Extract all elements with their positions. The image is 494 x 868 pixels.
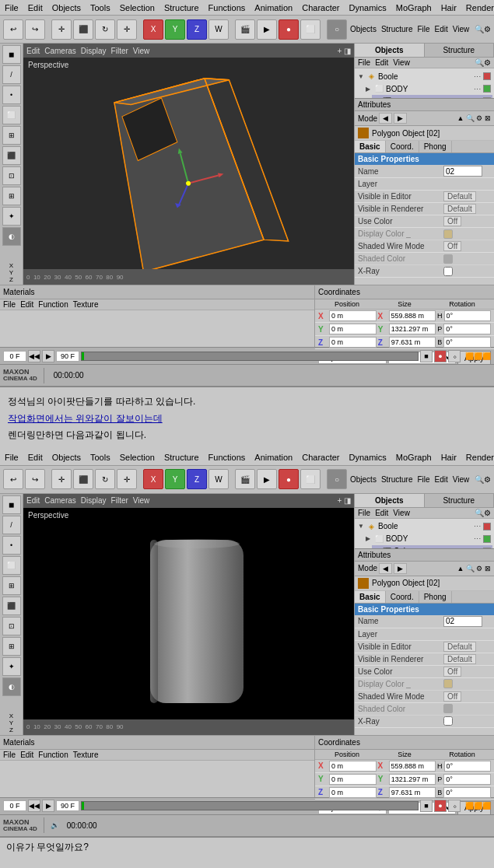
tb-editmenu-1[interactable]: Edit xyxy=(435,25,448,33)
attr-tab-basic-2[interactable]: Basic xyxy=(355,591,386,603)
tl-record-1[interactable]: ● xyxy=(434,350,447,362)
menu-tools-2[interactable]: Tools xyxy=(89,453,112,462)
coord-x-rot-2[interactable] xyxy=(444,761,492,772)
coord-z-rot-2[interactable] xyxy=(443,787,491,798)
attr-mode-prev-1[interactable]: ◀ xyxy=(379,113,392,124)
tree-dots-body-2[interactable]: ··· xyxy=(474,535,482,542)
menu-render-2[interactable]: Render xyxy=(464,453,494,462)
coord-x-pos-2[interactable] xyxy=(329,761,377,772)
mat-texture-2[interactable]: Texture xyxy=(73,751,99,759)
lt-edge-mode-1[interactable]: / xyxy=(2,65,21,84)
menu-functions-2[interactable]: Functions xyxy=(207,453,247,462)
tl-play-btn-2[interactable]: ▶ xyxy=(42,800,54,812)
attr-tab-coord-2[interactable]: Coord. xyxy=(386,591,419,603)
menu-selection-2[interactable]: Selection xyxy=(118,453,156,462)
coord-y-pos-1[interactable] xyxy=(329,324,377,334)
viewport-2[interactable]: Edit Cameras Display Filter View + ◨ Per… xyxy=(23,494,354,735)
vp-filter-2[interactable]: Filter xyxy=(111,496,128,505)
mat-function-2[interactable]: Function xyxy=(38,751,68,759)
lt-mode5-1[interactable]: ✦ xyxy=(2,207,21,226)
tb-film-2[interactable]: 🎬 xyxy=(235,469,255,489)
tb-viewmenu-2[interactable]: View xyxy=(453,475,470,484)
menu-animation-2[interactable]: Animation xyxy=(253,453,294,462)
tb-undo-2[interactable]: ↩ xyxy=(3,469,23,489)
coord-y-rot-1[interactable] xyxy=(443,324,491,334)
tree-row-boole-2[interactable]: ▼ ◈ Boole ··· xyxy=(356,520,492,533)
vp-view-2[interactable]: View xyxy=(133,496,150,505)
tl-key-2[interactable]: ⬦ xyxy=(448,800,461,812)
tb-z-axis-1[interactable]: Z xyxy=(187,19,207,40)
vp-cameras-1[interactable]: Cameras xyxy=(44,47,76,55)
lt-mode2-1[interactable]: ⬛ xyxy=(2,146,21,165)
tree-dots-body-1[interactable]: ··· xyxy=(474,86,482,93)
tb-redo-2[interactable]: ↪ xyxy=(25,469,45,489)
tl-stop-2[interactable]: ■ xyxy=(420,800,433,812)
lt-render-mode-1[interactable]: ◐ xyxy=(2,227,21,246)
tl-record-2[interactable]: ● xyxy=(434,800,447,812)
lt-live-2[interactable]: ⬜ xyxy=(2,556,21,575)
tb-render-2[interactable]: ● xyxy=(279,469,299,489)
vp-display-1[interactable]: Display xyxy=(81,47,107,55)
attr-input-name-1[interactable] xyxy=(443,166,482,177)
attr-input-name-2[interactable] xyxy=(443,616,482,627)
lt-snap-2[interactable]: ⊞ xyxy=(2,576,21,595)
rp-tab-objects-1[interactable]: Objects xyxy=(355,44,425,57)
menu-character-1[interactable]: Character xyxy=(300,3,341,12)
vp-edit-1[interactable]: Edit xyxy=(26,47,40,55)
menu-dynamics-2[interactable]: Dynamics xyxy=(348,453,388,462)
attr-tab-basic-1[interactable]: Basic xyxy=(355,141,386,152)
tb-undo-1[interactable]: ↩ xyxy=(3,19,23,40)
mat-edit-2[interactable]: Edit xyxy=(20,751,33,759)
coord-z-size-1[interactable] xyxy=(389,337,436,348)
lt-render-mode-2[interactable]: ◐ xyxy=(2,677,21,696)
tb-objects-icon-1[interactable]: ○ xyxy=(327,19,347,40)
tree-row-body-1[interactable]: ▶ ⬜ BODY ··· xyxy=(364,82,492,95)
tb-move-1[interactable]: ✛ xyxy=(51,19,72,40)
menu-character-2[interactable]: Character xyxy=(300,453,341,462)
lt-point-mode-2[interactable]: • xyxy=(2,536,21,555)
tb-viewmenu-1[interactable]: View xyxy=(453,25,470,33)
vp-display-2[interactable]: Display xyxy=(81,496,107,505)
attr-tab-phong-2[interactable]: Phong xyxy=(419,591,452,603)
attr-value-vir-1[interactable]: Default xyxy=(443,204,476,214)
obj-edit-2[interactable]: Edit xyxy=(375,509,388,517)
menu-mograph-1[interactable]: MoGraph xyxy=(394,3,433,12)
attr-mode-next-1[interactable]: ▶ xyxy=(394,113,407,124)
menu-file-1[interactable]: File xyxy=(3,3,20,12)
coord-z-pos-2[interactable] xyxy=(329,787,377,798)
tree-dots-boole-2[interactable]: ··· xyxy=(474,523,482,530)
obj-view-1[interactable]: View xyxy=(393,58,410,67)
tb-renderview-1[interactable]: ⬜ xyxy=(300,19,321,40)
tb-select-2[interactable]: ✛ xyxy=(117,469,137,489)
attr-value-vie-1[interactable]: Default xyxy=(443,191,476,201)
rp-tab-structure-1[interactable]: Structure xyxy=(425,44,495,57)
coord-z-pos-1[interactable] xyxy=(329,337,377,348)
lt-mode3-2[interactable]: ⊡ xyxy=(2,617,21,635)
vp-view-1[interactable]: View xyxy=(133,47,150,55)
coord-z-rot-1[interactable] xyxy=(443,337,491,348)
rp-tab-structure-2[interactable]: Structure xyxy=(425,494,495,507)
tl-key-1[interactable]: ⬦ xyxy=(448,350,461,362)
lt-obj-mode-2[interactable]: ◼ xyxy=(2,495,21,514)
tb-editmenu-2[interactable]: Edit xyxy=(435,475,448,484)
obj-view-2[interactable]: View xyxy=(393,509,410,517)
tb-select-1[interactable]: ✛ xyxy=(117,19,137,40)
menu-edit-1[interactable]: Edit xyxy=(26,3,44,12)
tl-stop-1[interactable]: ■ xyxy=(420,350,433,362)
korean-line2-link[interactable]: 작업화면에서는 위와같이 잘보이는데 xyxy=(8,413,163,424)
tl-bar-2[interactable] xyxy=(81,801,419,810)
lt-mode3-1[interactable]: ⊡ xyxy=(2,166,21,185)
lt-mode4-2[interactable]: ⊞ xyxy=(2,637,21,656)
menu-animation-1[interactable]: Animation xyxy=(253,3,294,12)
tb-rotate-1[interactable]: ↻ xyxy=(95,19,115,40)
lt-mode5-2[interactable]: ✦ xyxy=(2,657,21,676)
tl-prev-btn-1[interactable]: ◀◀ xyxy=(28,350,40,362)
attr-value-vie-2[interactable]: Default xyxy=(443,642,476,652)
tb-filemenu-1[interactable]: File xyxy=(417,25,429,33)
tb-objects-icon-2[interactable]: ○ xyxy=(327,469,347,489)
attr-mode-prev-2[interactable]: ◀ xyxy=(379,563,392,574)
lt-snap-1[interactable]: ⊞ xyxy=(2,126,21,145)
menu-tools-1[interactable]: Tools xyxy=(89,3,112,12)
menu-dynamics-1[interactable]: Dynamics xyxy=(348,3,388,12)
tb-filemenu-2[interactable]: File xyxy=(417,475,429,484)
